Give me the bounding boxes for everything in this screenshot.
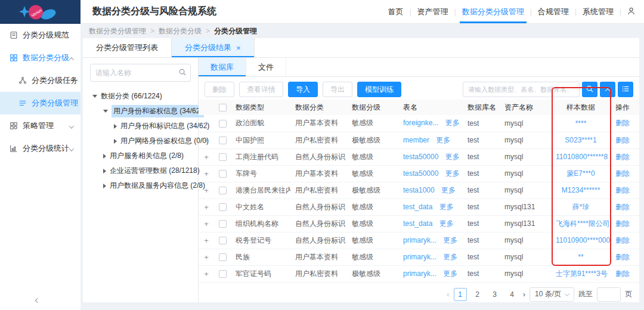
collapse-search-button[interactable] [600, 82, 615, 97]
nav-item-home[interactable]: 首页 [382, 0, 408, 23]
expand-row-icon[interactable]: + [204, 253, 209, 262]
row-delete-link[interactable]: 删除 [615, 219, 630, 228]
page-button-2[interactable]: 2 [471, 288, 484, 301]
row-delete-link[interactable]: 删除 [615, 269, 630, 278]
nav-item-assets[interactable]: 资产管理 [412, 0, 454, 23]
sample-data-link[interactable]: 薛*珍 [572, 203, 590, 211]
row-checkbox[interactable] [219, 137, 227, 144]
sidebar-item-spec[interactable]: 分类分级规范 [0, 24, 80, 46]
tree-node-enterprise-data[interactable]: 企业运营管理数据 (28/1218) [83, 163, 198, 178]
row-delete-link[interactable]: 删除 [615, 186, 630, 194]
import-button[interactable]: 导入 [288, 82, 318, 97]
expand-row-icon[interactable]: + [204, 269, 209, 278]
row-checkbox[interactable] [219, 187, 227, 194]
sample-data-link[interactable]: ** [578, 253, 583, 261]
row-delete-link[interactable]: 删除 [615, 253, 630, 261]
next-page-icon[interactable]: › [523, 290, 525, 299]
row-checkbox[interactable] [219, 237, 227, 244]
nav-item-data-classification[interactable]: 数据分类分级管理 [457, 0, 530, 23]
view-detail-button[interactable]: 查看详情 [239, 82, 283, 97]
expand-row-icon[interactable]: + [204, 236, 209, 245]
more-link[interactable]: 更多 [441, 186, 456, 194]
tree-node-service-info[interactable]: 用户服务相关信息 (2/8) [83, 148, 198, 163]
tree-node-user-content[interactable]: 用户数据及服务内容信息 (2/8) [83, 178, 198, 193]
tab-file[interactable]: 文件 [246, 58, 286, 76]
table-name-link[interactable]: testa50000 [403, 153, 438, 161]
expand-row-icon[interactable]: + [204, 169, 209, 178]
breadcrumb-item[interactable]: 数据分类分级管理 [89, 26, 146, 36]
page-size-select[interactable]: 10 条/页 [530, 287, 574, 302]
tree-search-input[interactable] [90, 64, 191, 82]
sample-data-link[interactable]: M1234****** [562, 186, 600, 194]
tree-collapsed-arrow-icon[interactable] [103, 169, 106, 173]
tree-expanded-arrow-icon[interactable] [92, 95, 97, 98]
more-link[interactable]: 更多 [436, 136, 450, 144]
row-checkbox[interactable] [219, 120, 227, 128]
sidebar-item-task[interactable]: 分类分级任务 [0, 69, 80, 92]
tab-database[interactable]: 数据库 [199, 58, 246, 76]
expand-row-icon[interactable]: + [204, 203, 209, 212]
tree-node-identity-auth[interactable]: 用户身份和鉴权信息 (34/62) [83, 104, 198, 119]
table-name-link[interactable]: primaryk... [403, 269, 436, 278]
nav-item-compliance[interactable]: 合规管理 [532, 0, 574, 23]
tree-node-data-classification[interactable]: 数据分类 (66/1224) [83, 89, 198, 104]
sidebar-item-stats[interactable]: 分类分级统计 [0, 137, 80, 160]
row-delete-link[interactable]: 删除 [615, 136, 630, 144]
sidebar-item-strategy[interactable]: 策略管理 [0, 114, 80, 137]
export-button[interactable]: 导出 [323, 82, 352, 97]
prev-page-icon[interactable]: ‹ [447, 290, 449, 299]
sidebar-collapse-button[interactable] [36, 296, 39, 304]
sample-data-link[interactable]: 11010900****000 [556, 236, 610, 244]
row-delete-link[interactable]: 删除 [615, 169, 630, 178]
sample-data-link[interactable]: 士字第91****3号 [556, 269, 608, 278]
table-name-link[interactable]: member [403, 136, 429, 144]
expand-row-icon[interactable]: + [204, 119, 209, 128]
sample-data-link[interactable]: **** [575, 119, 587, 128]
sample-data-link[interactable]: 11010800******8 [556, 153, 608, 161]
expand-row-icon[interactable]: + [204, 186, 209, 195]
tree-expanded-arrow-icon[interactable] [103, 110, 108, 113]
table-search-input[interactable] [463, 82, 580, 97]
jump-page-input[interactable] [597, 287, 621, 302]
more-link[interactable]: 更多 [443, 236, 457, 244]
row-delete-link[interactable]: 删除 [615, 203, 630, 211]
table-name-link[interactable]: foreignke... [403, 119, 438, 127]
sidebar-item-manage[interactable]: 分类分级管理 [0, 92, 80, 114]
model-train-button[interactable]: 模型训练 [357, 82, 401, 97]
row-checkbox[interactable] [219, 270, 227, 278]
row-delete-link[interactable]: 删除 [615, 236, 630, 244]
search-button[interactable] [582, 82, 597, 97]
more-link[interactable]: 更多 [445, 119, 460, 127]
user-button[interactable] [627, 7, 636, 17]
row-checkbox[interactable] [219, 220, 227, 228]
sample-data-link[interactable]: 蒙E7***0 [566, 169, 595, 178]
more-link[interactable]: 更多 [439, 219, 454, 228]
table-name-link[interactable]: primaryk... [403, 236, 436, 244]
more-link[interactable]: 更多 [445, 153, 460, 161]
more-link[interactable]: 更多 [439, 203, 454, 211]
row-delete-link[interactable]: 删除 [615, 153, 630, 161]
row-checkbox[interactable] [219, 153, 227, 161]
table-name-link[interactable]: primaryk... [403, 253, 436, 261]
sample-data-link[interactable]: 飞海科****限公司 [556, 219, 610, 228]
sidebar-item-data-classification[interactable]: 数据分类分级 [0, 46, 80, 69]
expand-row-icon[interactable]: + [204, 219, 209, 228]
page-button-4[interactable]: 4 [506, 288, 519, 301]
close-tab-icon[interactable]: × [236, 44, 241, 52]
delete-button[interactable]: 删除 [205, 82, 234, 97]
row-delete-link[interactable]: 删除 [615, 119, 630, 127]
breadcrumb-item[interactable]: 数据分类分级 [159, 26, 202, 36]
more-link[interactable]: 更多 [443, 253, 457, 261]
tree-collapsed-arrow-icon[interactable] [103, 184, 106, 188]
expand-row-icon[interactable]: + [204, 153, 209, 162]
page-button-3[interactable]: 3 [488, 288, 501, 301]
row-checkbox[interactable] [219, 253, 227, 261]
row-checkbox[interactable] [219, 203, 227, 211]
tree-collapsed-arrow-icon[interactable] [114, 124, 117, 129]
column-settings-button[interactable] [618, 82, 633, 97]
select-all-checkbox[interactable] [219, 104, 227, 111]
expand-row-icon[interactable]: + [204, 136, 209, 145]
row-checkbox[interactable] [219, 170, 227, 178]
table-name-link[interactable]: testa50000 [403, 169, 438, 178]
tab-classification-result[interactable]: 分类分级结果 × [172, 38, 255, 57]
